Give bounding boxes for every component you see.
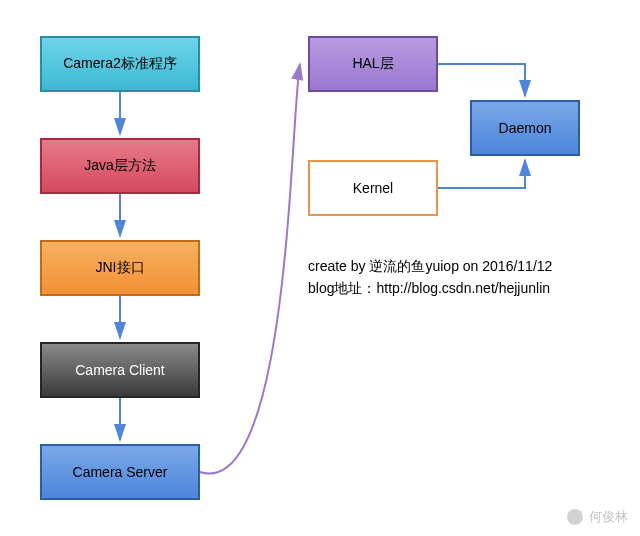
- node-daemon-label: Daemon: [499, 120, 552, 136]
- node-camera-server: Camera Server: [40, 444, 200, 500]
- credit-line1: create by 逆流的鱼yuiop on 2016/11/12: [308, 258, 552, 276]
- node-camera2: Camera2标准程序: [40, 36, 200, 92]
- node-java: Java层方法: [40, 138, 200, 194]
- credit-line2: blog地址：http://blog.csdn.net/hejjunlin: [308, 280, 550, 298]
- watermark: 何俊林: [567, 508, 628, 526]
- node-hal-label: HAL层: [352, 55, 393, 73]
- node-camera2-label: Camera2标准程序: [63, 55, 177, 73]
- node-daemon: Daemon: [470, 100, 580, 156]
- node-jni-label: JNI接口: [96, 259, 145, 277]
- node-camera-server-label: Camera Server: [73, 464, 168, 480]
- node-kernel-label: Kernel: [353, 180, 393, 196]
- wechat-icon: [567, 509, 583, 525]
- watermark-text: 何俊林: [589, 508, 628, 526]
- node-kernel: Kernel: [308, 160, 438, 216]
- node-camera-client-label: Camera Client: [75, 362, 164, 378]
- node-hal: HAL层: [308, 36, 438, 92]
- node-camera-client: Camera Client: [40, 342, 200, 398]
- node-java-label: Java层方法: [84, 157, 156, 175]
- node-jni: JNI接口: [40, 240, 200, 296]
